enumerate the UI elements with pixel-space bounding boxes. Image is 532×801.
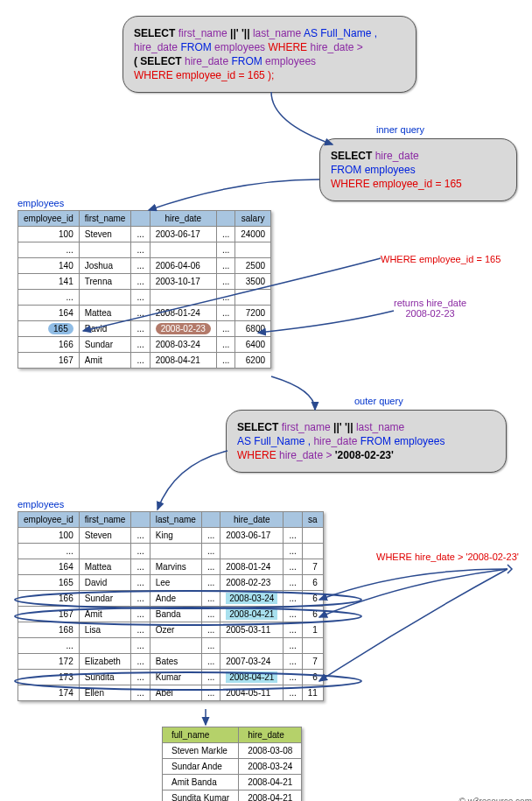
cell: ... [216, 242, 234, 258]
cell: ... [131, 622, 150, 638]
cell: ... [18, 544, 80, 559]
cell [302, 544, 323, 559]
cell: Amit Banda [163, 775, 239, 790]
cell: ... [201, 685, 220, 701]
where-hire-annotation: WHERE hire_date > '2008-02-23' [376, 552, 519, 562]
cell: Bates [150, 654, 201, 670]
cell: Sundita Kumar [163, 790, 239, 802]
cell: 2008-04-21 [220, 670, 284, 685]
code-line: AS Full_Name , hire_date FROM employees [237, 435, 495, 447]
cell: 2003-06-17 [150, 227, 216, 242]
table-row: Sundita Kumar2008-04-21 [163, 790, 302, 802]
col-header [216, 211, 234, 227]
col-header [284, 512, 302, 528]
cell: 2008-04-21 [239, 775, 302, 790]
cell: 166 [18, 591, 80, 607]
cell: ... [284, 528, 302, 544]
cell: Ozer [150, 622, 201, 638]
cell: ... [131, 528, 150, 544]
cell: ... [131, 227, 150, 242]
cell: Abel [150, 685, 201, 701]
table-row: Amit Banda2008-04-21 [163, 775, 302, 790]
cell: ... [284, 622, 302, 638]
table-row: 167Amit...Banda...2008-04-21...6 [18, 607, 324, 622]
cell: Elizabeth [79, 654, 131, 670]
cell: 6400 [235, 337, 271, 353]
table-row: 164Mattea...Marvins...2008-01-24...7 [18, 559, 324, 575]
cell: ... [216, 353, 234, 369]
where-emp-annotation: WHERE employee_id = 165 [381, 254, 500, 264]
cell: 2500 [235, 258, 271, 274]
cell: Steven [79, 528, 131, 544]
col-header [201, 512, 220, 528]
cell: Kumar [150, 670, 201, 685]
inner-query-label: inner query [376, 124, 424, 135]
outer-query-box: SELECT first_name ||' '|| last_name AS F… [226, 410, 507, 473]
cell: ... [284, 559, 302, 575]
cell: 2005-03-11 [220, 622, 284, 638]
cell: 2007-03-24 [220, 654, 284, 670]
cell: 1 [302, 622, 323, 638]
cell: Marvins [150, 559, 201, 575]
table-row: 100Steven...2003-06-17...24000 [18, 227, 271, 242]
cell: 2008-01-24 [220, 559, 284, 575]
cell: ... [131, 337, 150, 353]
table-row: Sundar Ande2008-03-24 [163, 759, 302, 775]
cell: Sundita [79, 670, 131, 685]
cell: ... [201, 575, 220, 591]
table-row: Steven Markle2008-03-08 [163, 743, 302, 759]
table-row: 166Sundar...Ande...2008-03-24...6 [18, 591, 324, 607]
cell: 11 [302, 685, 323, 701]
col-header: first_name [79, 211, 131, 227]
cell: ... [131, 654, 150, 670]
cell: 2008-04-21 [239, 790, 302, 802]
col-header: hire_date [220, 512, 284, 528]
cell: 164 [18, 306, 80, 321]
returns-annotation: returns hire_date2008-02-23 [394, 298, 466, 319]
table-title: employees [18, 198, 271, 208]
cell: 100 [18, 528, 80, 544]
table-row: ......... [18, 242, 271, 258]
cell: ... [131, 290, 150, 306]
cell [220, 638, 284, 654]
cell: ... [216, 274, 234, 290]
employees-table-1: employee_idfirst_namehire_datesalary 100… [18, 210, 271, 369]
cell: 24000 [235, 227, 271, 242]
cell: ... [131, 670, 150, 685]
cell: ... [131, 559, 150, 575]
inner-query-box: SELECT hire_date FROM employees WHERE em… [319, 138, 517, 201]
table-row: 166Sundar...2008-03-24...6400 [18, 337, 271, 353]
cell: 6 [302, 575, 323, 591]
cell: ... [284, 591, 302, 607]
cell [235, 242, 271, 258]
cell [302, 638, 323, 654]
table-row: 140Joshua...2006-04-06...2500 [18, 258, 271, 274]
cell: ... [201, 528, 220, 544]
cell: 7 [302, 654, 323, 670]
cell [302, 528, 323, 544]
cell: 2008-02-23 [150, 321, 216, 337]
table-row: 173Sundita...Kumar...2008-04-21...6 [18, 670, 324, 685]
cell: Ande [150, 591, 201, 607]
cell: Steven [79, 227, 131, 242]
cell: Lee [150, 575, 201, 591]
cell: Banda [150, 607, 201, 622]
employees-table-2: employee_idfirst_namelast_namehire_dates… [18, 511, 324, 701]
cell: ... [131, 321, 150, 337]
cell: 2008-03-24 [239, 759, 302, 775]
cell: 174 [18, 685, 80, 701]
cell: King [150, 528, 201, 544]
cell: ... [131, 638, 150, 654]
table-row: 100Steven...King...2003-06-17... [18, 528, 324, 544]
cell: ... [131, 306, 150, 321]
table-row: 141Trenna...2003-10-17...3500 [18, 274, 271, 290]
cell: ... [216, 227, 234, 242]
cell: 7200 [235, 306, 271, 321]
col-header: employee_id [18, 211, 80, 227]
cell [79, 242, 131, 258]
cell: ... [201, 544, 220, 559]
cell: 6 [302, 670, 323, 685]
cell [150, 242, 216, 258]
outer-query-label: outer query [354, 396, 403, 406]
cell: ... [131, 274, 150, 290]
